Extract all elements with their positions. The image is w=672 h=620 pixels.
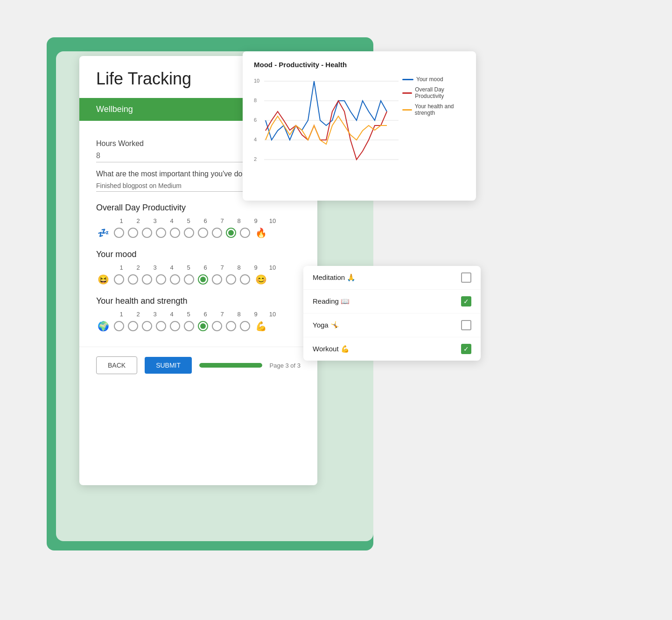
mood-radio-6[interactable] bbox=[184, 274, 194, 285]
checklist-card: Meditation 🙏 Reading 📖 ✓ Yoga 🤸 Workout … bbox=[303, 266, 481, 361]
mood-radio-8[interactable] bbox=[212, 274, 222, 285]
checklist-meditation-label: Meditation 🙏 bbox=[313, 273, 356, 282]
svg-text:10: 10 bbox=[254, 78, 259, 84]
productivity-radio-5[interactable] bbox=[170, 228, 180, 238]
productivity-radio-1[interactable] bbox=[114, 228, 124, 238]
progress-bar bbox=[199, 363, 262, 368]
health-radio-4[interactable] bbox=[156, 321, 166, 331]
mood-numbers: 1 2 3 4 5 6 7 8 9 10 bbox=[96, 264, 301, 271]
mood-radio-1[interactable] bbox=[114, 274, 124, 285]
submit-button[interactable]: SUBMIT bbox=[145, 357, 192, 374]
productivity-radio-8[interactable] bbox=[212, 228, 222, 238]
legend-mood: Your mood bbox=[402, 76, 468, 83]
chart-svg-wrap: 10 8 6 4 2 bbox=[254, 74, 399, 183]
hours-worked-value: 8 bbox=[96, 152, 259, 162]
productivity-radio-10[interactable] bbox=[240, 228, 250, 238]
legend-health-label: Your health and strength bbox=[415, 103, 468, 116]
productivity-radio-9[interactable] bbox=[226, 228, 236, 238]
svg-text:8: 8 bbox=[254, 98, 257, 103]
legend-health: Your health and strength bbox=[402, 103, 468, 116]
health-label: Your health and strength bbox=[96, 296, 301, 306]
checklist-item-workout: Workout 💪 ✓ bbox=[303, 337, 481, 361]
chart-area: 10 8 6 4 2 Your bbox=[254, 74, 465, 183]
health-radio-10[interactable] bbox=[240, 321, 250, 331]
health-rating-row: 🌍 💪 bbox=[96, 320, 301, 332]
productivity-emoji-low: 💤 bbox=[96, 227, 110, 238]
checklist-reading-label: Reading 📖 bbox=[313, 297, 350, 306]
health-radio-7[interactable] bbox=[198, 321, 208, 331]
health-radio-8[interactable] bbox=[212, 321, 222, 331]
back-button[interactable]: BACK bbox=[96, 356, 137, 374]
legend-mood-line bbox=[402, 79, 413, 80]
mood-radio-9[interactable] bbox=[226, 274, 236, 285]
svg-text:6: 6 bbox=[254, 117, 257, 123]
mood-radio-4[interactable] bbox=[156, 274, 166, 285]
productivity-radio-6[interactable] bbox=[184, 228, 194, 238]
chart-legend: Your mood Overall Day Productivity Your … bbox=[402, 74, 468, 183]
mood-emoji-low: 😆 bbox=[96, 274, 110, 285]
progress-bar-fill bbox=[199, 363, 262, 368]
checklist-meditation-checkbox[interactable] bbox=[461, 272, 471, 283]
health-radio-5[interactable] bbox=[170, 321, 180, 331]
checklist-item-meditation: Meditation 🙏 bbox=[303, 266, 481, 290]
health-radio-3[interactable] bbox=[142, 321, 152, 331]
form-footer: BACK SUBMIT Page 3 of 3 bbox=[79, 347, 317, 383]
page-label: Page 3 of 3 bbox=[270, 362, 301, 369]
health-numbers: 1 2 3 4 5 6 7 8 9 10 bbox=[96, 311, 301, 318]
productivity-label: Overall Day Productivity bbox=[96, 203, 301, 213]
productivity-radio-7[interactable] bbox=[198, 228, 208, 238]
chart-title: Mood - Productivity - Health bbox=[254, 61, 465, 69]
checklist-yoga-label: Yoga 🤸 bbox=[313, 321, 339, 329]
checklist-workout-label: Workout 💪 bbox=[313, 345, 350, 353]
legend-productivity-line bbox=[402, 92, 412, 94]
mood-rating-row: 😆 😊 bbox=[96, 274, 301, 285]
productivity-emoji-high: 🔥 bbox=[254, 227, 268, 238]
productivity-radio-2[interactable] bbox=[128, 228, 138, 238]
productivity-numbers: 1 2 3 4 5 6 7 8 9 10 bbox=[96, 217, 301, 224]
chart-card: Mood - Productivity - Health 10 8 6 4 2 bbox=[243, 51, 476, 201]
health-emoji-high: 💪 bbox=[254, 320, 268, 332]
mood-radio-10[interactable] bbox=[240, 274, 250, 285]
productivity-radio-3[interactable] bbox=[142, 228, 152, 238]
health-radio-1[interactable] bbox=[114, 321, 124, 331]
health-emoji-low: 🌍 bbox=[96, 320, 110, 332]
mood-radio-5[interactable] bbox=[170, 274, 180, 285]
checklist-workout-checkbox[interactable]: ✓ bbox=[461, 344, 471, 354]
legend-health-line bbox=[402, 109, 412, 111]
productivity-rating-row: 💤 🔥 bbox=[96, 227, 301, 238]
legend-productivity-label: Overall Day Productivity bbox=[415, 86, 468, 99]
mood-radio-7[interactable] bbox=[198, 274, 208, 285]
checklist-item-yoga: Yoga 🤸 bbox=[303, 313, 481, 337]
chart-svg: 10 8 6 4 2 bbox=[254, 74, 399, 181]
mood-radio-3[interactable] bbox=[142, 274, 152, 285]
checklist-item-reading: Reading 📖 ✓ bbox=[303, 290, 481, 313]
mood-emoji-high: 😊 bbox=[254, 274, 268, 285]
health-radio-9[interactable] bbox=[226, 321, 236, 331]
health-radio-6[interactable] bbox=[184, 321, 194, 331]
mood-label: Your mood bbox=[96, 250, 301, 259]
svg-text:2: 2 bbox=[254, 156, 257, 162]
health-radio-2[interactable] bbox=[128, 321, 138, 331]
mood-radio-2[interactable] bbox=[128, 274, 138, 285]
checklist-reading-checkbox[interactable]: ✓ bbox=[461, 296, 471, 307]
checklist-yoga-checkbox[interactable] bbox=[461, 320, 471, 330]
legend-mood-label: Your mood bbox=[416, 76, 443, 83]
productivity-radio-4[interactable] bbox=[156, 228, 166, 238]
svg-text:4: 4 bbox=[254, 137, 257, 142]
legend-productivity: Overall Day Productivity bbox=[402, 86, 468, 99]
